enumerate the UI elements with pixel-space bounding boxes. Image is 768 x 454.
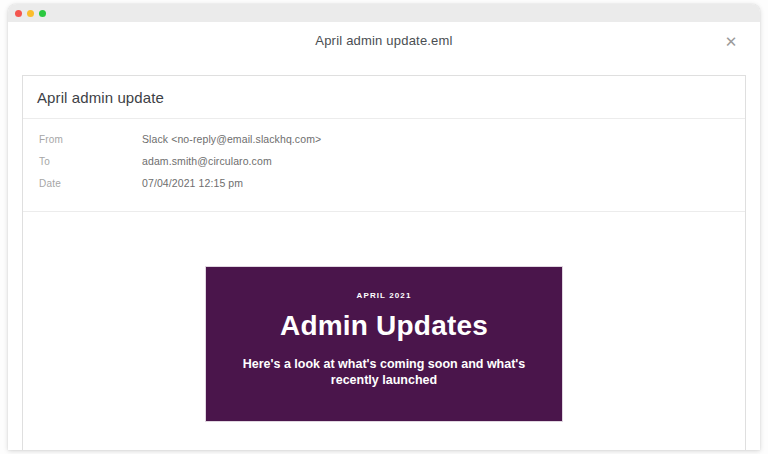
macos-titlebar[interactable]	[8, 4, 760, 22]
file-title: April admin update.eml	[315, 33, 452, 75]
screen: April admin update.eml ✕ April admin upd…	[0, 0, 768, 454]
meta-row-to: To adam.smith@circularo.com	[39, 155, 731, 177]
newsletter-banner: APRIL 2021 Admin Updates Here's a look a…	[206, 267, 562, 421]
close-window-icon[interactable]	[15, 10, 22, 17]
banner-title: Admin Updates	[206, 310, 562, 342]
close-icon[interactable]: ✕	[718, 29, 744, 55]
to-value: adam.smith@circularo.com	[142, 155, 272, 167]
from-label: From	[39, 134, 142, 145]
date-label: Date	[39, 178, 142, 189]
email-panel: April admin update From Slack <no-reply@…	[22, 75, 746, 450]
minimize-window-icon[interactable]	[27, 10, 34, 17]
to-label: To	[39, 156, 142, 167]
banner-subtitle: Here's a look at what's coming soon and …	[233, 356, 535, 388]
meta-row-from: From Slack <no-reply@email.slackhq.com>	[39, 133, 731, 155]
preview-header: April admin update.eml ✕	[8, 22, 760, 75]
date-value: 07/04/2021 12:15 pm	[142, 177, 243, 189]
meta-row-date: Date 07/04/2021 12:15 pm	[39, 177, 731, 199]
zoom-window-icon[interactable]	[39, 10, 46, 17]
email-meta: From Slack <no-reply@email.slackhq.com> …	[23, 119, 745, 212]
eml-preview-window: April admin update.eml ✕ April admin upd…	[8, 4, 760, 450]
email-body: APRIL 2021 Admin Updates Here's a look a…	[23, 212, 745, 421]
banner-eyebrow: APRIL 2021	[206, 267, 562, 300]
email-subject: April admin update	[23, 76, 745, 119]
from-value: Slack <no-reply@email.slackhq.com>	[142, 133, 321, 145]
